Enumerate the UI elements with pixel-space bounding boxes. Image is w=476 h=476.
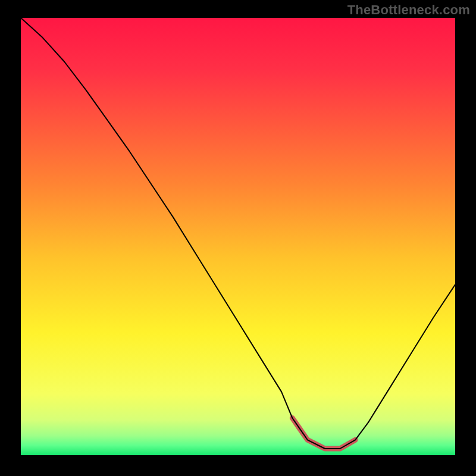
app-frame: TheBottleneck.com bbox=[0, 0, 476, 476]
highlight-segment bbox=[292, 418, 355, 449]
plot-area bbox=[21, 18, 455, 455]
watermark-text: TheBottleneck.com bbox=[347, 2, 470, 18]
bottleneck-curve bbox=[21, 18, 455, 449]
chart-svg bbox=[21, 18, 455, 455]
